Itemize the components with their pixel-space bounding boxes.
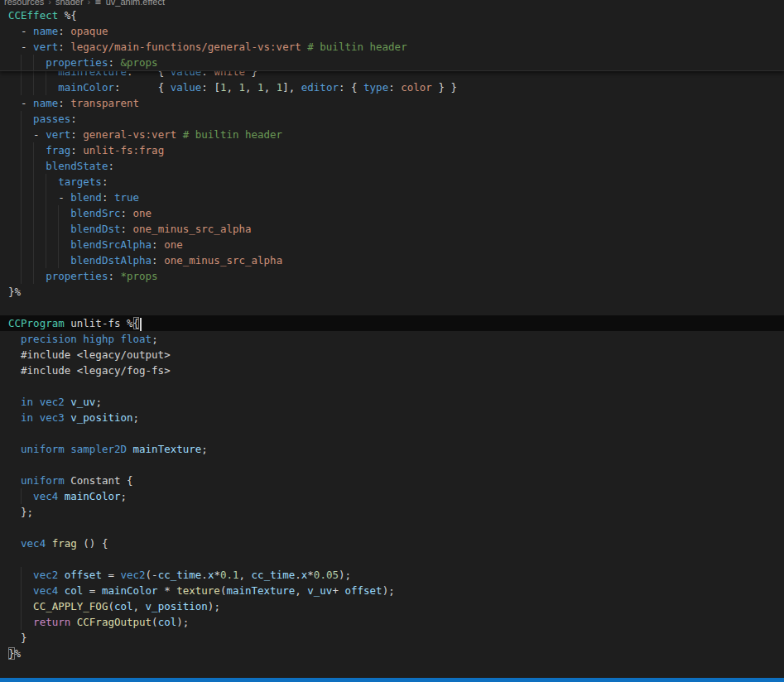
code-token: v_position bbox=[70, 411, 132, 424]
code-line[interactable]: properties: *props bbox=[0, 268, 784, 284]
code-line[interactable]: blendSrcAlpha: one bbox=[0, 237, 784, 252]
code-line[interactable]: mainColor: { value: [1, 1, 1, 1], editor… bbox=[0, 79, 784, 95]
code-line[interactable]: in vec2 v_uv; bbox=[0, 394, 784, 410]
code-token: one bbox=[158, 238, 183, 251]
code-line[interactable]: precision highp float; bbox=[0, 331, 784, 347]
indent-guide bbox=[33, 142, 34, 158]
code-token: blendDstAlpha bbox=[70, 254, 152, 267]
code-token bbox=[8, 56, 46, 69]
code-line[interactable]: }% bbox=[0, 284, 784, 300]
indent-guide bbox=[33, 190, 34, 205]
code-editor: resources›shader›≣uv_anim.effect CCEffec… bbox=[0, 0, 784, 682]
code-token: : bbox=[152, 254, 158, 267]
code-token: v_uv bbox=[307, 584, 332, 597]
code-token: *props bbox=[114, 270, 158, 282]
code-token: v_position bbox=[146, 600, 208, 612]
code-token: legacy/main-functions/general-vs:vert bbox=[65, 41, 308, 53]
code-line[interactable]: blendState: bbox=[0, 158, 784, 174]
code-line[interactable]: return CCFragOutput(col); bbox=[0, 614, 784, 630]
code-token bbox=[70, 616, 77, 628]
code-token: * bbox=[307, 569, 314, 581]
code-token: . bbox=[201, 569, 208, 581]
code-token: &props bbox=[114, 56, 158, 69]
code-line[interactable]: #include <legacy/output> bbox=[0, 347, 784, 363]
code-token bbox=[46, 537, 52, 550]
code-token bbox=[8, 396, 21, 408]
code-token: passes bbox=[33, 113, 70, 125]
code-token: type bbox=[363, 81, 388, 94]
code-token: sampler2D bbox=[70, 443, 127, 455]
code-line[interactable]: - blend: true bbox=[0, 190, 784, 205]
code-line[interactable]: passes: bbox=[0, 111, 784, 127]
breadcrumb-separator: › bbox=[48, 0, 51, 7]
indent-guide bbox=[46, 190, 46, 205]
code-token: ], bbox=[282, 81, 301, 94]
code-line[interactable]: blendDstAlpha: one_minus_src_alpha bbox=[0, 252, 784, 268]
code-line[interactable]: targets: bbox=[0, 174, 784, 190]
code-line[interactable] bbox=[0, 551, 784, 567]
code-line[interactable] bbox=[0, 378, 784, 394]
code-line[interactable] bbox=[0, 425, 784, 441]
code-line[interactable]: properties: &props bbox=[0, 55, 784, 70]
code-token: col bbox=[65, 584, 84, 597]
indent-guide bbox=[46, 221, 46, 237]
code-line[interactable]: #include <legacy/fog-fs> bbox=[0, 363, 784, 378]
code-line[interactable]: }% bbox=[0, 646, 784, 661]
code-token: CCProgram bbox=[8, 317, 65, 329]
code-token: : { bbox=[114, 81, 171, 94]
code-token bbox=[127, 443, 133, 455]
code-token: }% bbox=[8, 286, 21, 298]
indent-guide bbox=[33, 268, 34, 284]
indent-guide bbox=[33, 174, 34, 190]
code-line[interactable] bbox=[0, 300, 784, 315]
code-line[interactable] bbox=[0, 457, 784, 473]
code-token: - bbox=[8, 25, 33, 37]
code-line[interactable]: frag: unlit-fs:frag bbox=[0, 142, 784, 158]
code-line[interactable]: blendDst: one_minus_src_alpha bbox=[0, 221, 784, 237]
code-line[interactable]: CCProgram unlit-fs %{ bbox=[0, 315, 784, 331]
code-line[interactable]: uniform Constant { bbox=[0, 473, 784, 488]
code-token bbox=[8, 333, 21, 345]
code-line[interactable]: - name: transparent bbox=[0, 95, 784, 111]
code-line[interactable]: blendSrc: one bbox=[0, 205, 784, 221]
indent-guide bbox=[21, 583, 22, 598]
code-token: } bbox=[8, 647, 15, 660]
code-token: vec4 bbox=[33, 584, 58, 597]
code-line[interactable]: - name: opaque bbox=[0, 23, 784, 39]
code-line[interactable]: CC_APPLY_FOG(col, v_position); bbox=[0, 598, 784, 614]
breadcrumb-item[interactable]: resources bbox=[4, 0, 44, 7]
code-line[interactable] bbox=[0, 520, 784, 536]
code-line[interactable]: CCEffect %{ bbox=[0, 7, 784, 23]
code-token bbox=[33, 396, 40, 408]
code-token: float bbox=[121, 333, 152, 345]
code-line[interactable]: vec4 frag () { bbox=[0, 536, 784, 551]
breadcrumb-item[interactable]: shader bbox=[55, 0, 84, 7]
code-line[interactable]: }; bbox=[0, 504, 784, 520]
breadcrumb-separator: › bbox=[88, 0, 91, 7]
code-token: vert bbox=[46, 128, 70, 141]
code-token: 0.1 bbox=[220, 569, 239, 581]
code-token bbox=[8, 223, 70, 235]
code-line[interactable]: - vert: legacy/main-functions/general-vs… bbox=[0, 39, 784, 55]
code-token: : bbox=[108, 56, 114, 69]
code-token: CC_APPLY_FOG bbox=[33, 600, 108, 612]
code-line[interactable]: in vec3 v_position; bbox=[0, 410, 784, 425]
code-line[interactable]: vec4 mainColor; bbox=[0, 488, 784, 504]
code-line[interactable]: - vert: general-vs:vert # builtin header bbox=[0, 127, 784, 142]
code-line[interactable]: vec2 offset = vec2(-cc_time.x*0.1, cc_ti… bbox=[0, 567, 784, 583]
code-token: , bbox=[226, 81, 238, 94]
code-line[interactable]: uniform sampler2D mainTexture; bbox=[0, 441, 784, 457]
code-line[interactable]: } bbox=[0, 630, 784, 646]
indent-guide bbox=[21, 142, 22, 158]
code-token: }; bbox=[8, 506, 33, 518]
code-token: unlit-fs % bbox=[65, 317, 133, 329]
code-token: offset bbox=[65, 569, 102, 581]
breadcrumb-item[interactable]: uv_anim.effect bbox=[106, 0, 165, 7]
code-token: mainTexture bbox=[226, 584, 295, 597]
code-token: frag bbox=[46, 144, 70, 156]
code-token: true bbox=[108, 191, 139, 204]
code-token bbox=[8, 144, 46, 156]
code-line[interactable]: vec4 col = mainColor * texture(mainTextu… bbox=[0, 583, 784, 598]
code-token: : bbox=[70, 144, 77, 156]
code-token: : bbox=[58, 97, 65, 109]
